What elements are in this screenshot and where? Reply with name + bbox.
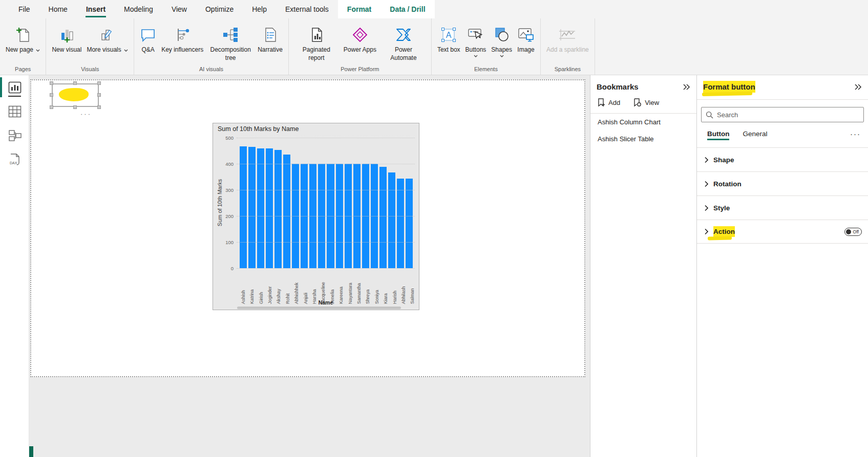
ribbon-group-ai-visuals: Q&A Key influencers Decomposition tree N… xyxy=(134,18,289,75)
resize-handle[interactable] xyxy=(50,81,53,85)
new-visual-button[interactable]: New visual xyxy=(49,23,84,55)
search-input[interactable] xyxy=(717,111,859,119)
key-influencers-button[interactable]: Key influencers xyxy=(159,23,206,55)
report-view-icon xyxy=(8,81,22,94)
selected-button-visual[interactable] xyxy=(52,83,99,107)
ribbon-group-power-platform: Paginated report Power Apps Power Automa… xyxy=(289,18,432,75)
search-icon xyxy=(706,111,713,119)
image-icon xyxy=(517,24,535,46)
bar[interactable] xyxy=(266,148,273,268)
table-view-icon xyxy=(8,105,22,118)
bar[interactable] xyxy=(274,150,282,268)
bar[interactable] xyxy=(397,179,404,268)
resize-handle[interactable] xyxy=(97,81,101,85)
visual-more-options[interactable]: ··· xyxy=(80,110,92,118)
new-page-button[interactable]: New page xyxy=(3,23,43,55)
text-box-button[interactable]: A Text box xyxy=(435,23,463,55)
more-visuals-icon xyxy=(99,24,116,46)
menu-data-drill[interactable]: Data / Drill xyxy=(380,0,434,18)
image-button[interactable]: Image xyxy=(515,23,537,55)
buttons-icon xyxy=(467,24,484,46)
buttons-button[interactable]: Buttons xyxy=(463,23,489,58)
add-sparkline-button[interactable]: Add a sparkline xyxy=(544,23,591,55)
chevron-down-icon xyxy=(474,55,478,57)
bookmark-item[interactable]: Ashish Column Chart xyxy=(590,114,696,130)
view-rail: DAX xyxy=(0,75,29,457)
resize-handle[interactable] xyxy=(73,81,77,85)
menu-external-tools[interactable]: External tools xyxy=(276,0,338,18)
group-label-sparklines: Sparklines xyxy=(544,64,591,75)
narrative-button[interactable]: Narrative xyxy=(255,23,285,55)
y-axis-tick: 500 xyxy=(218,135,234,141)
tab-button[interactable]: Button xyxy=(707,130,729,142)
resize-handle[interactable] xyxy=(97,93,101,97)
y-axis-tick: 300 xyxy=(218,187,234,193)
report-page[interactable]: ··· Sum of 10th Marks by Name Sum of 10t… xyxy=(30,79,585,377)
collapse-bookmarks-pane-icon[interactable] xyxy=(682,83,690,91)
scrollbar-corner[interactable] xyxy=(29,446,33,457)
gridline xyxy=(237,268,415,269)
section-shape[interactable]: Shape xyxy=(697,147,868,171)
add-bookmark-button[interactable]: Add xyxy=(598,98,620,107)
view-bookmarks-button[interactable]: View xyxy=(633,98,659,107)
tab-general[interactable]: General xyxy=(743,130,767,142)
format-search-box xyxy=(701,107,864,122)
power-apps-button[interactable]: Power Apps xyxy=(341,23,379,55)
bar[interactable] xyxy=(379,167,387,268)
section-action[interactable]: Action Off xyxy=(697,220,868,244)
chevron-right-icon xyxy=(704,228,709,235)
menu-optimize[interactable]: Optimize xyxy=(196,0,243,18)
menu-format[interactable]: Format xyxy=(338,0,380,18)
tabs-overflow-icon[interactable]: ··· xyxy=(850,129,861,142)
group-label-visuals: Visuals xyxy=(49,64,131,75)
column-chart-visual[interactable]: Sum of 10th Marks by Name Sum of 10th Ma… xyxy=(213,123,419,310)
more-visuals-button[interactable]: More visuals xyxy=(84,23,131,55)
menu-file[interactable]: File xyxy=(9,0,39,18)
y-axis-tick: 100 xyxy=(218,240,234,245)
power-automate-button[interactable]: Power Automate xyxy=(379,23,428,63)
bar[interactable] xyxy=(240,146,247,268)
resize-handle[interactable] xyxy=(50,93,53,97)
menu-modeling[interactable]: Modeling xyxy=(115,0,162,18)
gridline xyxy=(237,138,415,138)
resize-handle[interactable] xyxy=(73,105,77,109)
decomposition-tree-button[interactable]: Decomposition tree xyxy=(206,23,255,63)
section-rotation[interactable]: Rotation xyxy=(697,171,868,195)
bookmark-view-icon xyxy=(633,98,642,107)
menu-help[interactable]: Help xyxy=(243,0,276,18)
collapse-format-pane-icon[interactable] xyxy=(854,83,862,91)
bar[interactable] xyxy=(248,147,256,268)
resize-handle[interactable] xyxy=(97,105,101,109)
decomposition-tree-icon xyxy=(222,24,239,46)
y-axis-tick: 0 xyxy=(218,266,234,271)
chart-horizontal-scrollbar[interactable] xyxy=(237,307,401,309)
key-influencers-icon xyxy=(174,24,190,46)
y-axis-tick: 200 xyxy=(218,213,234,219)
group-label-power-platform: Power Platform xyxy=(292,64,428,75)
bar[interactable] xyxy=(406,179,413,268)
format-pane: Format button Button General ··· Shape R… xyxy=(696,75,868,457)
group-label-ai-visuals: AI visuals xyxy=(137,64,285,75)
model-view-button[interactable] xyxy=(0,123,29,147)
bar[interactable] xyxy=(283,155,290,268)
report-canvas[interactable]: ··· Sum of 10th Marks by Name Sum of 10t… xyxy=(29,75,590,457)
menu-home[interactable]: Home xyxy=(39,0,77,18)
shapes-button[interactable]: Shapes xyxy=(489,23,515,58)
section-style[interactable]: Style xyxy=(697,195,868,220)
menu-insert[interactable]: Insert xyxy=(77,0,115,18)
format-sections: Shape Rotation Style Action Off xyxy=(697,147,868,244)
bar[interactable] xyxy=(388,172,395,268)
qa-button[interactable]: Q&A xyxy=(137,23,159,55)
resize-handle[interactable] xyxy=(50,105,53,109)
paginated-report-button[interactable]: Paginated report xyxy=(292,23,341,63)
bookmark-item[interactable]: Ashish Slicer Table xyxy=(590,130,696,147)
table-view-button[interactable] xyxy=(0,99,29,123)
report-view-button[interactable] xyxy=(0,75,29,99)
bar[interactable] xyxy=(257,148,264,268)
new-page-icon xyxy=(15,24,31,46)
y-axis-title: Sum of 10th Marks xyxy=(217,169,223,236)
gridline xyxy=(237,216,415,216)
menu-view[interactable]: View xyxy=(162,0,196,18)
action-toggle[interactable]: Off xyxy=(844,228,862,236)
dax-query-view-button[interactable]: DAX xyxy=(0,147,29,171)
